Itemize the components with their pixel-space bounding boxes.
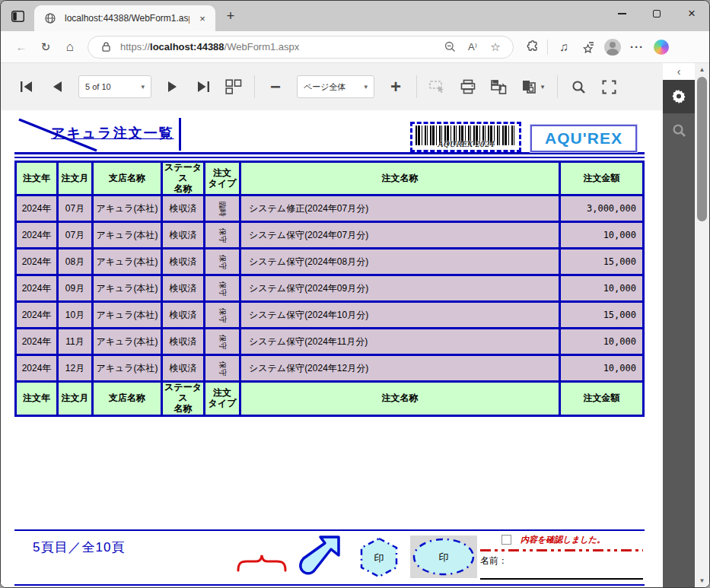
panel-search-icon[interactable] (663, 113, 695, 147)
toolbar-separator (557, 75, 558, 98)
cell-order-type: 保守 (205, 302, 240, 329)
refresh-icon[interactable]: ↻ (34, 36, 57, 59)
red-brace-annotation (237, 554, 287, 572)
scroll-down-icon[interactable]: ▼ (695, 574, 709, 587)
copilot-icon[interactable] (650, 36, 673, 59)
favorite-star-icon[interactable]: ☆ (487, 40, 504, 54)
table-row: 2024年 07月 アキュラ(本社) 検収済 保守 システム保守(2024年07… (16, 222, 644, 249)
print-button[interactable] (454, 73, 482, 100)
header-double-line (14, 152, 645, 158)
table-header-row: 注文年 注文月 支店名称 ステータス 名称 注文 タイプ 注文名称 注文金額 (16, 162, 644, 195)
cell-branch: アキュラ(本社) (93, 329, 162, 355)
new-tab-button[interactable]: + (220, 5, 241, 27)
oval-stamp-label: 印 (439, 551, 449, 563)
browser-titlebar: localhost:44388/WebForm1.aspx × + × (1, 1, 709, 31)
print-layout-button[interactable] (485, 73, 512, 100)
vertical-scrollbar[interactable]: ▲ ▼ (695, 63, 709, 587)
cell-order-amount: 10,000 (560, 275, 644, 302)
back-icon[interactable]: ← (10, 36, 33, 59)
close-button[interactable]: × (674, 1, 709, 27)
cell-order-year: 2024年 (16, 222, 58, 249)
sidebar-strip (663, 80, 695, 587)
confirmation-block: 内容を確認しました。 名前： (480, 534, 643, 580)
aqurex-logo: AQU'REX (530, 125, 637, 152)
cell-order-month: 11月 (58, 329, 93, 355)
scroll-up-icon[interactable]: ▲ (695, 63, 709, 76)
scrollbar-thumb[interactable] (697, 77, 707, 221)
search-button[interactable] (565, 73, 592, 100)
name-underline (480, 578, 643, 580)
report-sheet: アキュラ注文一覧 AQUREX-2024 AQU'REX (14, 116, 645, 586)
cell-order-name: システム保守(2024年10月分) (240, 302, 560, 329)
name-label: 名前： (480, 555, 643, 567)
footer-header-status: ステータス 名称 (162, 382, 205, 415)
cell-status: 検収済 (162, 329, 205, 355)
cell-order-type: 保守 (205, 355, 240, 382)
cell-order-amount: 15,000 (560, 249, 644, 275)
fullscreen-button[interactable] (595, 73, 622, 100)
collections-icon[interactable] (577, 36, 600, 59)
collapse-panel-icon[interactable]: ‹ (663, 63, 695, 80)
first-page-button[interactable] (13, 73, 40, 100)
header-order-year: 注文年 (16, 162, 58, 195)
read-aloud-icon[interactable]: A⁾ (464, 41, 481, 52)
cell-order-month: 09月 (58, 275, 93, 302)
order-table-body: 2024年 07月 アキュラ(本社) 検収済 臨時 システム修正(2024年07… (16, 195, 644, 382)
cell-order-year: 2024年 (16, 329, 58, 355)
cell-branch: アキュラ(本社) (93, 275, 162, 302)
next-page-button[interactable] (159, 73, 186, 100)
globe-icon (42, 13, 59, 24)
table-row: 2024年 12月 アキュラ(本社) 検収済 保守 システム保守(2024年12… (16, 355, 644, 382)
tab-close-icon[interactable]: × (196, 11, 209, 25)
select-tool-button[interactable] (424, 73, 451, 100)
home-icon[interactable]: ⌂ (59, 36, 81, 59)
cell-order-amount: 10,000 (560, 329, 644, 355)
table-row: 2024年 09月 アキュラ(本社) 検収済 保守 システム保守(2024年09… (16, 275, 644, 302)
extensions-icon[interactable] (520, 36, 543, 59)
last-page-button[interactable] (189, 73, 217, 100)
media-controls-icon[interactable]: ♫ (552, 36, 575, 59)
sidebar-rail: ‹ (663, 63, 695, 587)
barcode: AQUREX-2024 (410, 122, 521, 152)
report-page: アキュラ注文一覧 AQUREX-2024 AQU'REX (1, 110, 663, 587)
header-order-name: 注文名称 (240, 162, 560, 195)
maximize-button[interactable] (639, 1, 674, 27)
table-row: 2024年 07月 アキュラ(本社) 検収済 臨時 システム修正(2024年07… (16, 195, 644, 222)
window-controls: × (604, 1, 709, 27)
browser-tab[interactable]: localhost:44388/WebForm1.aspx × (34, 5, 215, 31)
table-row: 2024年 08月 アキュラ(本社) 検収済 保守 システム保守(2024年08… (16, 249, 644, 275)
tab-actions-icon[interactable] (7, 5, 28, 27)
zoom-mode-value: ページ全体 (304, 81, 346, 93)
export-button[interactable]: ▾ (515, 73, 550, 100)
confirm-text: 内容を確認しました。 (521, 534, 605, 545)
zoom-mode-select[interactable]: ページ全体 ▾ (297, 75, 374, 98)
address-bar[interactable]: https://localhost:44388/WebForm1.aspx A⁾… (88, 36, 514, 59)
cell-order-type: 保守 (205, 329, 240, 355)
title-divider-line (179, 118, 181, 151)
cell-order-type: 臨時 (205, 195, 240, 222)
page-number-select[interactable]: 5 of 10 ▾ (78, 75, 151, 98)
cell-order-type: 保守 (205, 249, 240, 275)
browser-window: localhost:44388/WebForm1.aspx × + × ← ↻ … (0, 0, 710, 588)
multipage-view-button[interactable] (220, 73, 247, 100)
footer-header-order-year: 注文年 (16, 382, 58, 415)
settings-gear-icon[interactable] (663, 80, 695, 113)
page-bottom-line (14, 584, 645, 586)
url-path: /WebForm1.aspx (224, 41, 300, 52)
prev-page-button[interactable] (43, 73, 71, 100)
browser-navbar: ← ↻ ⌂ https://localhost:44388/WebForm1.a… (1, 31, 709, 63)
zoom-in-button[interactable]: + (382, 73, 409, 100)
footer-header-order-month: 注文月 (58, 382, 93, 415)
cell-order-year: 2024年 (16, 355, 58, 382)
url-text[interactable]: https://localhost:44388/WebForm1.aspx (120, 41, 435, 52)
cell-status: 検収済 (162, 302, 205, 329)
settings-more-icon[interactable]: ··· (626, 36, 648, 59)
toolbar-separator (416, 75, 417, 98)
report-title-band: アキュラ注文一覧 AQUREX-2024 AQU'REX (14, 116, 645, 152)
zoom-out-button[interactable]: − (262, 73, 289, 100)
profile-avatar[interactable] (601, 36, 624, 59)
zoom-out-icon[interactable] (441, 41, 458, 52)
cell-status: 検収済 (162, 195, 205, 222)
minimize-button[interactable] (604, 1, 639, 27)
cell-order-name: システム修正(2024年07月分) (240, 195, 560, 222)
